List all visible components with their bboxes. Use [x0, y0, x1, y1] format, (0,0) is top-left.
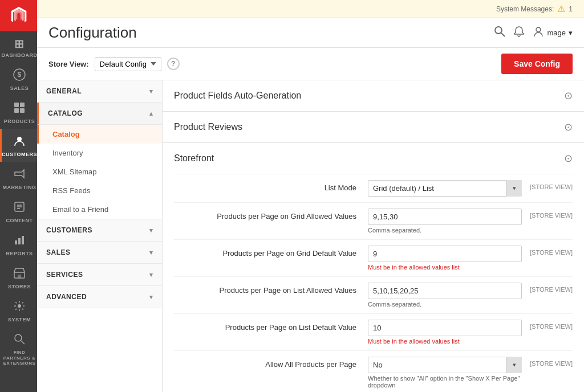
- nav-item-rss-feeds[interactable]: RSS Feeds: [37, 181, 162, 200]
- list-default-hint: Must be in the allowed values list: [368, 338, 522, 345]
- sidebar-item-dashboard[interactable]: ⊞ DASHBOARD: [0, 31, 37, 63]
- svg-point-21: [536, 27, 541, 32]
- grid-allowed-badge: [STORE VIEW]: [530, 209, 573, 219]
- list-default-input[interactable]: [368, 320, 522, 336]
- nav-section-services-label: SERVICES: [46, 271, 83, 279]
- content-area: GENERAL ▾ CATALOG ▴ Catalog Inventory XM…: [37, 80, 584, 392]
- nav-section-advanced[interactable]: ADVANCED ▾: [37, 286, 162, 308]
- nav-section-general[interactable]: GENERAL ▾: [37, 80, 162, 103]
- nav-item-catalog[interactable]: Catalog: [37, 125, 162, 144]
- sidebar-item-products-label: PRODUCTS: [4, 119, 35, 124]
- content-icon: [13, 201, 26, 216]
- store-view-label: Store View:: [48, 60, 89, 68]
- sidebar-item-content-label: CONTENT: [6, 218, 33, 223]
- find-partners-icon: [13, 333, 26, 348]
- list-default-label: Products per Page on List Default Value: [174, 320, 368, 332]
- user-icon: [533, 26, 544, 40]
- svg-rect-4: [14, 108, 19, 113]
- list-allowed-badge: [STORE VIEW]: [530, 283, 573, 293]
- nav-section-general-label: GENERAL: [46, 87, 82, 95]
- list-allowed-input[interactable]: [368, 283, 522, 299]
- nav-section-customers-label: CUSTOMERS: [46, 226, 92, 234]
- sidebar-item-dashboard-label: DASHBOARD: [2, 52, 38, 58]
- sidebar-item-find-partners[interactable]: FIND PARTNERS & EXTENSIONS: [0, 327, 37, 371]
- system-icon: [13, 300, 26, 315]
- grid-allowed-control: Comma-separated.: [368, 209, 522, 234]
- grid-default-input[interactable]: [368, 246, 522, 262]
- allow-all-select-wrap: No ▾: [368, 357, 522, 373]
- accordion-product-reviews-toggle: ⊙: [564, 121, 573, 133]
- accordion-product-reviews-header[interactable]: Product Reviews ⊙: [163, 112, 584, 142]
- accordion-product-reviews: Product Reviews ⊙: [163, 112, 584, 143]
- customers-icon: [13, 134, 26, 150]
- grid-allowed-input[interactable]: [368, 209, 522, 225]
- accordion-product-reviews-title: Product Reviews: [174, 122, 242, 132]
- sidebar-item-products[interactable]: PRODUCTS: [0, 96, 37, 129]
- search-icon[interactable]: [494, 26, 505, 40]
- list-mode-control: Grid (default) / List ▾: [368, 180, 522, 197]
- sidebar-item-marketing[interactable]: MARKETING: [0, 162, 37, 195]
- sidebar-item-stores[interactable]: STORES: [0, 261, 37, 294]
- allow-all-hint: Whether to show "All" option in the "Sho…: [368, 375, 522, 389]
- nav-general-chevron: ▾: [149, 88, 153, 95]
- list-default-control: Must be in the allowed values list: [368, 320, 522, 345]
- sidebar-item-reports-label: REPORTS: [6, 251, 33, 256]
- accordion-storefront-header[interactable]: Storefront ⊙: [163, 143, 584, 174]
- svg-point-17: [15, 334, 22, 341]
- list-mode-store-view-badge: [STORE VIEW]: [530, 180, 573, 190]
- sidebar-item-customers[interactable]: CUSTOMERS: [0, 129, 37, 162]
- nav-item-inventory[interactable]: Inventory: [37, 144, 162, 162]
- allow-all-label: Allow All Products per Page: [174, 357, 368, 369]
- grid-default-control: Must be in the allowed values list: [368, 246, 522, 271]
- sidebar-item-system[interactable]: SYSTEM: [0, 294, 37, 327]
- list-allowed-label: Products per Page on List Allowed Values: [174, 283, 368, 295]
- system-messages-count: 1: [569, 5, 573, 13]
- nav-catalog-chevron: ▴: [149, 110, 153, 117]
- right-panel: Product Fields Auto-Generation ⊙ Product…: [163, 80, 584, 392]
- grid-default-label: Products per Page on Grid Default Value: [174, 246, 368, 258]
- sidebar-item-content[interactable]: CONTENT: [0, 195, 37, 228]
- nav-customers-chevron: ▾: [149, 227, 153, 234]
- sidebar-item-customers-label: CUSTOMERS: [2, 152, 37, 157]
- username-label: mage: [547, 28, 566, 37]
- sidebar-item-sales[interactable]: $ SALES: [0, 63, 37, 96]
- save-config-button[interactable]: Save Config: [501, 54, 573, 74]
- sidebar-item-reports[interactable]: REPORTS: [0, 228, 37, 261]
- toolbar: Store View: Default Config ? Save Config: [37, 48, 584, 80]
- nav-section-sales[interactable]: SALES ▾: [37, 242, 162, 264]
- allow-all-select[interactable]: No: [368, 357, 522, 373]
- stores-icon: [13, 267, 26, 282]
- nav-catalog-items: Catalog Inventory XML Sitemap RSS Feeds …: [37, 125, 162, 219]
- nav-item-xml-sitemap[interactable]: XML Sitemap: [37, 162, 162, 181]
- sidebar-item-find-partners-label: FIND PARTNERS & EXTENSIONS: [2, 350, 37, 366]
- left-nav: GENERAL ▾ CATALOG ▴ Catalog Inventory XM…: [37, 80, 163, 392]
- accordion-product-fields-header[interactable]: Product Fields Auto-Generation ⊙: [163, 80, 584, 111]
- header: Configuration mage ▾: [37, 18, 584, 48]
- grid-default-hint: Must be in the allowed values list: [368, 264, 522, 271]
- user-dropdown-arrow: ▾: [569, 28, 573, 37]
- sidebar-item-system-label: SYSTEM: [8, 317, 31, 322]
- form-row-list-allowed: Products per Page on List Allowed Values…: [174, 276, 573, 313]
- svg-text:$: $: [17, 71, 21, 79]
- system-messages-bar: System Messages: ⚠ 1: [37, 0, 584, 18]
- svg-line-20: [501, 33, 505, 36]
- accordion-storefront-title: Storefront: [174, 153, 214, 164]
- list-mode-select[interactable]: Grid (default) / List: [368, 180, 522, 197]
- store-view-select[interactable]: Default Config: [95, 57, 161, 71]
- nav-section-catalog[interactable]: CATALOG ▴: [37, 103, 162, 125]
- nav-section-customers[interactable]: CUSTOMERS ▾: [37, 219, 162, 242]
- nav-section-advanced-label: ADVANCED: [46, 293, 87, 301]
- svg-line-18: [21, 341, 25, 344]
- notifications-icon[interactable]: [513, 26, 525, 40]
- list-mode-label: List Mode: [174, 180, 368, 192]
- help-icon[interactable]: ?: [167, 58, 180, 70]
- store-view-group: Store View: Default Config ?: [48, 57, 180, 71]
- grid-allowed-hint: Comma-separated.: [368, 227, 522, 234]
- nav-section-services[interactable]: SERVICES ▾: [37, 264, 162, 286]
- nav-item-email-to-friend[interactable]: Email to a Friend: [37, 200, 162, 219]
- sidebar: ⊞ DASHBOARD $ SALES PRODUCTS CUSTOMERS M…: [0, 0, 37, 392]
- nav-sales-chevron: ▾: [149, 249, 153, 256]
- form-row-allow-all: Allow All Products per Page No ▾ Whether…: [174, 350, 573, 392]
- svg-rect-13: [22, 236, 24, 244]
- user-menu[interactable]: mage ▾: [533, 26, 573, 40]
